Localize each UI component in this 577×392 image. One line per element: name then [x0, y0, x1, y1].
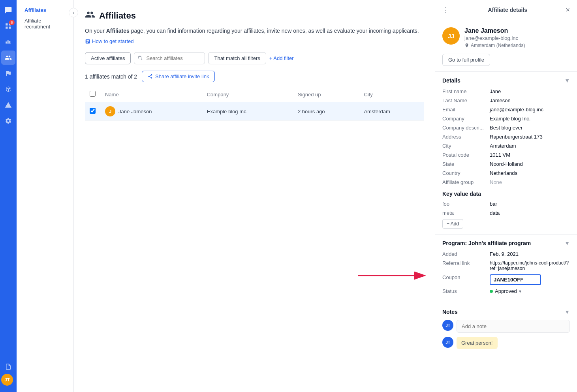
panel-more-button[interactable]: ⋮ [442, 6, 449, 14]
row-avatar: J [105, 106, 115, 116]
sidebar-icon-users[interactable] [1, 51, 15, 65]
table-row[interactable]: J Jane Jameson Example blog Inc. 2 hours… [85, 102, 424, 121]
page-header: Affiliates [85, 9, 424, 22]
detail-value: Rapenburgerstraat 173 [490, 134, 570, 140]
panel-avatar: JJ [442, 27, 460, 45]
sidebar-icon-doc[interactable] [1, 360, 15, 374]
sidebar-icon-logo[interactable] [1, 3, 15, 17]
status-dot [490, 290, 493, 293]
program-chevron-icon[interactable]: ▼ [564, 240, 570, 246]
table-header-row: Name Company Signed up City [85, 87, 424, 102]
detail-row-lastname: Last Name Jameson [442, 98, 570, 103]
row-name-cell: J Jane Jameson [100, 102, 202, 121]
kv-value-foo: bar [490, 201, 570, 207]
select-all-checkbox[interactable] [90, 91, 96, 97]
results-count: 1 affiliates match of 2 [85, 73, 137, 80]
program-section: Program: John's affiliate program ▼ Adde… [435, 234, 577, 303]
panel-header: ⋮ Affiliate details × [435, 0, 577, 20]
detail-row-country: Country Netherlands [442, 170, 570, 176]
status-text: Approved [495, 288, 517, 294]
coupon-input[interactable] [490, 274, 541, 285]
program-section-header: Program: John's affiliate program ▼ [442, 240, 570, 246]
detail-label: First name [442, 88, 490, 94]
row-checkbox[interactable] [90, 108, 96, 114]
add-kv-button[interactable]: + Add [442, 219, 463, 229]
sidebar-icon-alert[interactable] [1, 98, 15, 112]
status-chevron-icon: ▾ [519, 289, 521, 294]
affiliates-table: Name Company Signed up City J Jane James… [85, 87, 424, 121]
nav-item-affiliates[interactable]: Affiliates [19, 5, 71, 15]
kv-row-foo: foo bar [442, 201, 570, 207]
active-affiliates-filter[interactable]: Active affiliates [85, 52, 131, 64]
right-panel: ⋮ Affiliate details × JJ Jane Jameson ja… [435, 0, 577, 392]
program-section-title: Program: John's affiliate program [442, 240, 531, 246]
detail-value: https://tapper.inc/johns-cool-product/?r… [490, 260, 570, 271]
grid-badge: 6 [9, 20, 15, 25]
sidebar-icon-settings[interactable] [1, 114, 15, 128]
kv-label-foo: foo [442, 201, 490, 207]
note-input[interactable] [457, 320, 570, 333]
sidebar-icon-chart[interactable] [1, 35, 15, 49]
row-city: Amsterdam [359, 102, 424, 121]
detail-label: Added [442, 251, 490, 257]
detail-label: Company descri... [442, 125, 490, 131]
note-avatar: JT [442, 337, 453, 348]
notes-section-title: Notes [442, 309, 458, 315]
status-badge[interactable]: Approved ▾ [490, 288, 521, 294]
full-profile-button[interactable]: Go to full profile [442, 54, 490, 66]
sidebar-icon-box[interactable] [1, 82, 15, 96]
detail-row-company: Company Example blog Inc. [442, 116, 570, 122]
row-name: Jane Jameson [118, 109, 152, 114]
program-row-coupon: Coupon [442, 274, 570, 285]
detail-label: Email [442, 107, 490, 113]
panel-profile-info: Jane Jameson jane@example-blog.inc Amste… [464, 27, 525, 48]
detail-row-postal: Postal code 1011 VM [442, 152, 570, 158]
program-row-added: Added Feb. 9, 2021 [442, 251, 570, 257]
detail-label: City [442, 143, 490, 149]
match-filter-button[interactable]: That match all filters [208, 52, 266, 64]
collapse-nav-button[interactable]: ‹ [69, 8, 78, 17]
detail-value: Best blog ever [490, 125, 570, 131]
sidebar-icon-grid[interactable]: 6 [1, 19, 15, 33]
panel-affiliate-email: jane@example-blog.inc [464, 35, 525, 41]
nav-item-affiliate-recruitment[interactable]: Affiliate recruitment [19, 15, 71, 32]
search-icon [138, 55, 143, 62]
notes-chevron-icon[interactable]: ▼ [564, 309, 570, 315]
page-header-icon [85, 9, 95, 22]
detail-row-city: City Amsterdam [442, 143, 570, 149]
share-affiliate-link-button[interactable]: Share affiliate invite link [142, 71, 215, 82]
note-input-avatar: JT [442, 320, 453, 331]
detail-value: Jane [490, 88, 570, 94]
detail-row-affiliate-group: Affiliate group None [442, 179, 570, 185]
detail-label: State [442, 161, 490, 167]
panel-affiliate-location: Amsterdam (Netherlands) [464, 43, 525, 48]
how-to-link-text: How to get started [92, 38, 134, 44]
th-name: Name [100, 87, 202, 102]
content-area: Affiliates On your Affiliates page, you … [74, 0, 577, 392]
kv-value-meta: data [490, 210, 570, 216]
row-signed-up: 2 hours ago [293, 102, 359, 121]
detail-value: Jameson [490, 98, 570, 103]
note-item: JT Great person! [442, 337, 570, 349]
how-to-get-started-link[interactable]: How to get started [85, 38, 134, 44]
th-company: Company [202, 87, 293, 102]
detail-row-address: Address Rapenburgerstraat 173 [442, 134, 570, 140]
detail-value: 1011 VM [490, 152, 570, 158]
panel-affiliate-name: Jane Jameson [464, 27, 525, 34]
detail-label: Last Name [442, 98, 490, 103]
results-bar: 1 affiliates match of 2 Share affiliate … [85, 71, 424, 87]
search-wrap [134, 52, 205, 64]
page-title: Affiliates [99, 11, 136, 21]
main-content: Affiliates On your Affiliates page, you … [74, 0, 435, 392]
search-input[interactable] [134, 52, 205, 64]
panel-close-button[interactable]: × [566, 6, 570, 14]
detail-row-firstname: First name Jane [442, 88, 570, 94]
detail-label: Referral link [442, 260, 490, 271]
detail-value: None [490, 179, 570, 185]
add-filter-button[interactable]: + Add filter [269, 55, 294, 61]
detail-value: jane@example-blog.inc [490, 107, 570, 113]
user-avatar[interactable]: JT [1, 374, 13, 386]
sidebar-icon-flag[interactable] [1, 66, 15, 81]
details-chevron-icon[interactable]: ▼ [564, 77, 570, 84]
key-value-title: Key value data [442, 191, 570, 197]
